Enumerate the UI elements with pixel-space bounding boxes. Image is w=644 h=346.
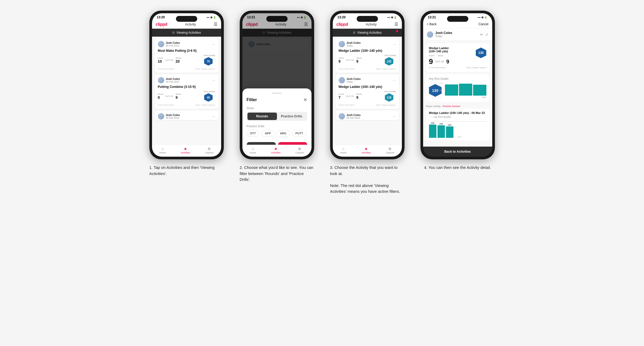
more-options-1b[interactable]: ··· [212,78,215,82]
nav-home-label-3: Home [340,151,347,154]
nav-activities-2[interactable]: ♣ Activities [271,147,281,154]
main-score-card: Wedge Ladder(100–140 yds) Score Shots 9 … [426,43,490,72]
nav-activities-3[interactable]: ♣ Activities [361,147,371,154]
more-options-1a[interactable]: ··· [212,42,215,46]
more-options-3b[interactable]: ··· [393,78,396,82]
more-options-1c[interactable]: ··· [212,114,215,118]
bottom-nav-3: ⌂ Home ♣ Activities ⊕ Capture [333,145,402,157]
sq-badge-3a: 130 [385,57,393,66]
user-name-1c: Josh Coles [166,114,180,117]
capture-icon-2: ⊕ [298,147,301,151]
detail-sq-badge: 130 [476,48,486,58]
outof-1b: OUT OF [165,95,173,97]
drill-arg[interactable]: ARG [276,130,290,137]
user-name-1b: Josh Coles [166,78,180,80]
viewing-bar-3[interactable]: ⚙ Viewing Activities [333,29,402,37]
page-container: 13:20 ▪▪▪ ⊕ 🔋 clippd Activity ☰ ⚙ Viewin… [136,11,508,195]
viewing-bar-1[interactable]: ⚙ Viewing Activities [152,29,221,37]
test-info-1b: ℹ Test Information [158,104,174,106]
nav-capture-2[interactable]: ⊕ Capture [295,147,304,154]
nav-home-3[interactable]: ⌂ Home [340,147,347,154]
viewing-bar-text-3: Viewing Activities [357,31,382,35]
activity-item-1b[interactable]: Josh Coles 28 Feb 2023 ··· Putting Combi… [155,74,218,109]
filter-title: Filter [247,97,257,102]
activity-item-1a[interactable]: Josh Coles 28 Feb 2023 ··· Must Make Put… [155,38,218,73]
practice-session-link[interactable]: Practice Session [443,105,460,108]
phone-column-1: 13:20 ▪▪▪ ⊕ 🔋 clippd Activity ☰ ⚙ Viewin… [145,11,228,177]
nav-capture-1[interactable]: ⊕ Capture [205,147,213,154]
capture-icon-3: ⊕ [388,147,392,151]
share-icon[interactable]: ⤢ [485,32,489,37]
modal-handle [272,93,282,94]
logo-3: clippd [336,22,348,27]
user-date-1c: 28 Feb 2023 [166,117,180,119]
edit-icon[interactable]: ✏ [480,32,483,37]
filter-icon-1: ⚙ [172,31,175,35]
wedge-chart-title: Wedge Ladder (100–140 yds) - 06 Mar 23 [429,111,486,114]
back-to-activities-button[interactable]: Back to Activities [423,147,492,157]
sq-label-1b: Shot Quality [204,90,215,93]
logo-1: clippd [156,22,167,27]
detail-score-row: 9 OUT OF 9 [429,58,476,65]
score-label-1a: Score [158,57,163,59]
nav-capture-3[interactable]: ⊕ Capture [386,147,394,154]
score-header-label: Score Shots [429,54,476,57]
shots-label-3b: Shots [356,93,361,95]
detail-user-info: Josh Coles Today [427,31,452,38]
activity-item-3b[interactable]: Josh Coles Today ··· Wedge Ladder (100–1… [335,74,399,109]
notch-4 [447,16,468,22]
sq-hex-3a: 130 [384,57,394,66]
data-label-1a: Data: Clippd Capture [195,68,215,70]
home-icon-3: ⌂ [342,147,344,151]
detail-user-name: Josh Coles [435,31,452,35]
status-bar-3: 13:20 ▪▪▪ ⊕ 🔋 [333,13,402,20]
activity-title-3b: Wedge Ladder (100–140 yds) [339,85,396,89]
caption-2: 2. Choose what you'd like to see. You ca… [240,165,314,183]
capture-icon-1: ⊕ [208,147,211,151]
more-options-3c[interactable]: ··· [393,114,396,118]
score-label-3a: Score [339,57,344,59]
header-title-3: Activity [366,22,377,26]
time-4: 13:21 [428,15,436,19]
nav-home-1[interactable]: ⌂ Home [159,147,166,154]
shots-label-1b: Shots [175,93,181,95]
shots-val-3b: 9 [356,95,361,100]
hamburger-icon-1[interactable]: ☰ [214,22,217,27]
data-label-1b: Data: Clippd Capture [195,104,215,106]
ref-value: — 124 ··· [456,136,463,138]
notch-3 [357,16,378,22]
filter-tabs: Rounds Practice Drills [247,112,307,121]
bar-2 [459,84,472,96]
avg-sq-card: Avg Shot Quality 130 100500 [426,74,490,102]
sq-badge-1a: 75 [204,57,213,66]
shots-label-1a: Shots [175,57,181,59]
nav-capture-label-2: Capture [295,151,304,154]
tab-practice-drills[interactable]: Practice Drills [277,113,306,120]
wedge-chart-card: Wedge Ladder (100–140 yds) - 06 Mar 23 →… [426,109,490,140]
status-icons-3: ▪▪▪ ⊕ 🔋 [387,16,397,19]
practice-section: Player Activity · Practice Session [426,104,490,109]
nav-home-2[interactable]: ⌂ Home [250,147,256,154]
data-label-3b: Data: Clippd Capture [376,104,396,106]
tab-rounds[interactable]: Rounds [247,113,277,120]
show-label: Show [247,106,307,110]
cancel-button[interactable]: Cancel [478,22,488,26]
user-info-1c: Josh Coles 28 Feb 2023 [158,113,180,119]
status-bar-1: 13:20 ▪▪▪ ⊕ 🔋 [152,13,221,20]
bottom-nav-1: ⌂ Home ♣ Activities ⊕ Capture [152,145,221,157]
time-3: 13:20 [338,15,346,19]
more-options-3a[interactable]: ··· [393,42,396,46]
score-val-1a: 10 [158,59,163,63]
back-button[interactable]: < Back [427,22,437,26]
close-button[interactable]: ✕ [303,97,307,103]
nav-capture-label-3: Capture [386,151,394,154]
nav-activities-1[interactable]: ♣ Activities [181,147,190,154]
caption-1: 1. Tap on Activities and then 'Viewing A… [149,165,224,177]
bottom-nav-2: ⌂ Home ♣ Activities ⊕ Capture [242,145,312,157]
drill-app[interactable]: APP [262,130,275,137]
activity-item-3a[interactable]: Josh Coles Today ··· Wedge Ladder (100–1… [335,38,399,73]
hamburger-icon-3[interactable]: ☰ [394,22,398,27]
drill-putt[interactable]: PUTT [292,130,307,137]
score-val-1b: 0 [158,95,163,100]
drill-ott[interactable]: OTT [247,130,259,137]
